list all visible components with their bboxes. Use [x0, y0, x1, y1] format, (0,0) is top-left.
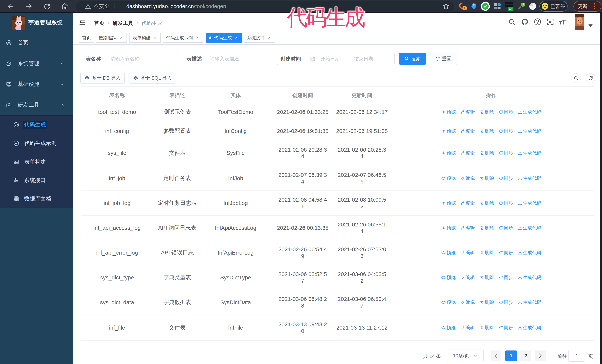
svg-text:on: on: [509, 7, 512, 10]
svg-text:1: 1: [464, 7, 465, 10]
